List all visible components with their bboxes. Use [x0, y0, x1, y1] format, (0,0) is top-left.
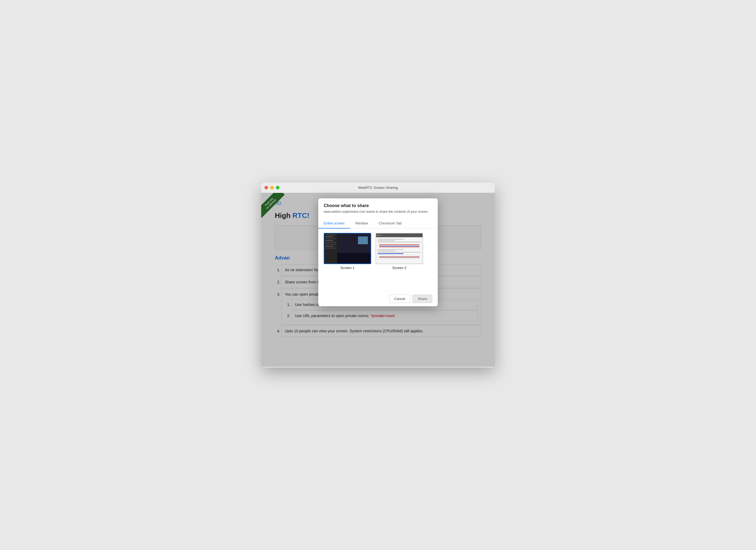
close-button[interactable] — [264, 186, 268, 189]
share-button[interactable]: Share — [412, 295, 432, 303]
screen-1-label: Screen 1 — [340, 266, 354, 270]
tab-window[interactable]: Window — [350, 218, 373, 228]
screen-2-label: Screen 2 — [392, 266, 406, 270]
screen1-main — [337, 233, 371, 253]
screen-1-preview — [324, 233, 371, 264]
screen-1-thumb[interactable]: Screen 1 — [324, 233, 371, 270]
traffic-lights — [264, 186, 279, 189]
screen1-terminal — [337, 253, 371, 263]
minimize-button[interactable] — [270, 186, 274, 189]
dialog-subtitle: www.webrtc-experiment.com wants to share… — [324, 210, 432, 213]
screen1-sidebar — [324, 233, 337, 263]
screen2-toolbar — [376, 233, 423, 237]
dialog-title: Choose what to share — [324, 203, 432, 208]
dialog-body: Screen 1 — [318, 228, 438, 291]
screen1-mockup — [324, 233, 371, 263]
dialog-footer: Cancel Share — [318, 291, 438, 306]
tab-chromium-tab[interactable]: Chromium Tab — [373, 218, 407, 228]
page-content: HO High RTC! Advan As ne extension! No F… — [261, 193, 495, 367]
cancel-button[interactable]: Cancel — [389, 295, 410, 303]
maximize-button[interactable] — [276, 186, 279, 189]
window-title: WebRTC Screen Sharing — [358, 185, 398, 190]
title-bar: WebRTC Screen Sharing — [261, 182, 495, 193]
screen2-mockup — [376, 233, 423, 263]
screen-2-thumb[interactable]: Screen 2 — [376, 233, 423, 270]
dialog-tabs: Entire screen Window Chromium Tab — [318, 218, 438, 228]
screen1-preview-box — [358, 236, 368, 244]
screen-thumbnails: Screen 1 — [324, 233, 432, 270]
screen-2-preview — [376, 233, 423, 264]
tab-entire-screen[interactable]: Entire screen — [318, 218, 350, 228]
dialog-header: Choose what to share www.webrtc-experime… — [318, 198, 438, 216]
dialog-overlay: Choose what to share www.webrtc-experime… — [261, 193, 495, 367]
share-dialog: Choose what to share www.webrtc-experime… — [318, 198, 438, 306]
screen2-content — [376, 237, 423, 261]
browser-window: WebRTC Screen Sharing Fork meon GitHub H… — [261, 182, 495, 368]
